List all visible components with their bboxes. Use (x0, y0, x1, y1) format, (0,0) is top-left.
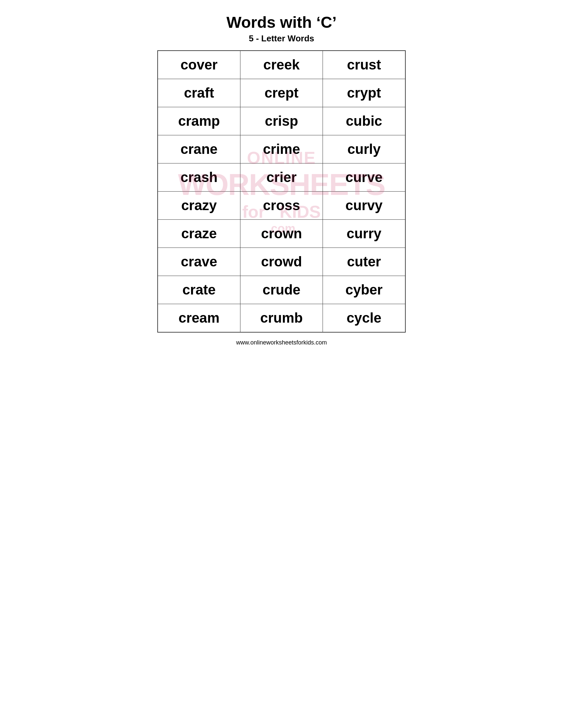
word-table: covercreekcrustcraftcreptcryptcrampcrisp… (157, 50, 406, 333)
word-cell: crime (240, 135, 323, 163)
word-cell: curry (323, 220, 405, 248)
footer: www.onlineworksheetsforkids.com (157, 339, 406, 346)
word-cell: cramp (158, 107, 240, 135)
word-cell: crazy (158, 192, 240, 220)
table-row: cratecrudecyber (158, 276, 405, 304)
word-cell: craft (158, 79, 240, 107)
page-title: Words with ‘C’ (157, 13, 406, 31)
word-cell: crier (240, 163, 323, 192)
word-cell: crumb (240, 304, 323, 333)
word-cell: cream (158, 304, 240, 333)
table-row: crashcriercurve (158, 163, 405, 192)
word-cell: crisp (240, 107, 323, 135)
table-row: craftcreptcrypt (158, 79, 405, 107)
word-cell: cross (240, 192, 323, 220)
word-cell: curve (323, 163, 405, 192)
word-cell: craze (158, 220, 240, 248)
table-row: crampcrispcubic (158, 107, 405, 135)
word-cell: crane (158, 135, 240, 163)
word-cell: crude (240, 276, 323, 304)
word-cell: crown (240, 220, 323, 248)
page: Words with ‘C’ 5 - Letter Words ONLINE W… (141, 0, 422, 364)
word-cell: crust (323, 51, 405, 79)
word-cell: cyber (323, 276, 405, 304)
table-row: cranecrimecurly (158, 135, 405, 163)
table-row: crazycrosscurvy (158, 192, 405, 220)
word-cell: cubic (323, 107, 405, 135)
page-subtitle: 5 - Letter Words (157, 33, 406, 44)
footer-url: www.onlineworksheetsforkids.com (236, 339, 327, 346)
table-row: covercreekcrust (158, 51, 405, 79)
word-cell: crowd (240, 248, 323, 276)
table-row: creamcrumbcycle (158, 304, 405, 333)
table-row: crazecrowncurry (158, 220, 405, 248)
word-cell: crash (158, 163, 240, 192)
word-cell: creek (240, 51, 323, 79)
word-cell: curly (323, 135, 405, 163)
word-cell: cuter (323, 248, 405, 276)
table-row: cravecrowdcuter (158, 248, 405, 276)
word-cell: cover (158, 51, 240, 79)
word-cell: curvy (323, 192, 405, 220)
word-cell: crept (240, 79, 323, 107)
word-cell: cycle (323, 304, 405, 333)
word-cell: crypt (323, 79, 405, 107)
word-cell: crave (158, 248, 240, 276)
word-cell: crate (158, 276, 240, 304)
